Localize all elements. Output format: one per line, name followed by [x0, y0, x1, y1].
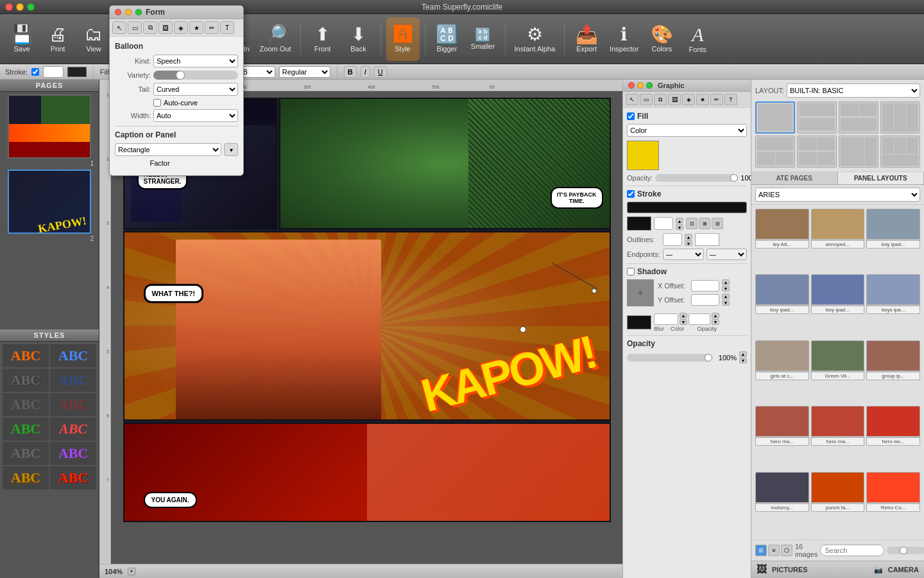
font-style-select[interactable]: Regular: [279, 66, 330, 78]
bold-button[interactable]: B: [344, 66, 357, 78]
tab-panel-layouts[interactable]: PANEL LAYOUTS: [838, 172, 925, 184]
instant-alpha-button[interactable]: ⚙ Instant Alpha: [511, 17, 560, 61]
outlines-down[interactable]: ▼: [685, 240, 692, 246]
panel-mid[interactable]: WHAT THE?! KAPOW!: [123, 231, 611, 421]
stroke-align-center[interactable]: ⊞: [699, 218, 710, 229]
img-item-14[interactable]: Retro Co...: [866, 472, 920, 512]
img-item-12[interactable]: motorcy...: [755, 472, 809, 512]
layout-select[interactable]: BUILT-IN: BASIC: [787, 83, 920, 98]
graphic-max-btn[interactable]: [646, 82, 653, 89]
stroke-color-bar[interactable]: [627, 202, 747, 213]
graphic-tool-3[interactable]: ⧉: [654, 94, 667, 105]
graphic-min-btn[interactable]: [637, 82, 644, 89]
smaller-button[interactable]: 🔡 Smaller: [466, 17, 500, 61]
opbig-up[interactable]: ▲: [739, 351, 747, 357]
img-item-10[interactable]: hero ma...: [811, 406, 865, 446]
x-offset-input[interactable]: 0.00: [691, 280, 719, 292]
shadow-section-checkbox[interactable]: [627, 268, 635, 276]
sop-up[interactable]: ▲: [712, 313, 719, 319]
maximize-button[interactable]: [27, 3, 35, 11]
page-thumb-2[interactable]: KAPOW! 2: [3, 170, 96, 242]
search-input[interactable]: [820, 545, 884, 556]
style-item-12[interactable]: ABC: [50, 466, 96, 489]
view-button[interactable]: 🗂 View: [77, 17, 110, 61]
stroke-checkbox[interactable]: [31, 68, 39, 76]
stroke-up[interactable]: ▲: [676, 218, 683, 223]
img-item-3[interactable]: boy ipad...: [755, 274, 809, 314]
panel-top-right[interactable]: IT'S PAYBACKTIME.: [279, 98, 611, 229]
shadow-color-swatch-small[interactable]: [627, 315, 651, 329]
outlines-swatch[interactable]: [695, 233, 719, 246]
layout-thumb-1[interactable]: [755, 101, 795, 134]
outlines-num[interactable]: 1: [663, 233, 682, 246]
style-item-3[interactable]: ABC: [3, 369, 49, 392]
graphic-close-btn[interactable]: [628, 82, 635, 89]
tab-ate-pages[interactable]: ATE PAGES: [751, 172, 838, 184]
graphic-tool-6[interactable]: ★: [696, 94, 709, 105]
graphic-tool-5[interactable]: ◈: [682, 94, 695, 105]
style-item-8[interactable]: ABC: [50, 417, 96, 441]
style-item-5[interactable]: ABC: [3, 393, 49, 416]
img-item-1[interactable]: annoyed...: [811, 209, 865, 249]
caption-select[interactable]: Rectangle: [115, 143, 221, 156]
front-button[interactable]: ⬆ Front: [306, 17, 339, 61]
stroke-value[interactable]: 2 pt: [43, 66, 64, 78]
layout-thumb-2[interactable]: [797, 101, 837, 134]
opacity-big-slider[interactable]: [627, 354, 712, 362]
tail-select[interactable]: Curved: [153, 83, 238, 96]
opbig-down[interactable]: ▼: [739, 358, 747, 363]
stroke-down[interactable]: ▼: [676, 224, 683, 230]
y-up[interactable]: ▲: [722, 293, 730, 299]
graphic-tool-1[interactable]: ↖: [626, 94, 638, 105]
img-item-9[interactable]: hero ma...: [755, 406, 809, 446]
style-item-1[interactable]: ABC: [3, 344, 49, 367]
img-item-7[interactable]: Green Vil...: [811, 340, 865, 380]
img-item-0[interactable]: ley Att...: [755, 209, 809, 249]
layout-thumb-5[interactable]: [755, 136, 795, 168]
selection-handle[interactable]: [520, 326, 526, 333]
style-item-9[interactable]: ABC: [3, 442, 49, 465]
minimize-button[interactable]: [16, 3, 24, 11]
sop-down[interactable]: ▼: [712, 319, 719, 325]
panel-bottom[interactable]: YOU AGAIN.: [123, 423, 611, 522]
view-grid-btn[interactable]: ⊞: [755, 545, 767, 556]
blur-down[interactable]: ▼: [680, 319, 687, 325]
style-item-4[interactable]: ABC: [50, 369, 96, 392]
style-item-11[interactable]: ABC: [3, 466, 49, 489]
bigger-button[interactable]: 🔠 Bigger: [431, 17, 464, 61]
stroke-align-inner[interactable]: ⊡: [686, 218, 697, 229]
img-item-11[interactable]: hero wo...: [866, 406, 920, 446]
fonts-button[interactable]: A Fonts: [681, 17, 714, 61]
underline-button[interactable]: U: [374, 66, 387, 78]
img-item-2[interactable]: boy ipad...: [866, 209, 920, 249]
style-button[interactable]: 🅰 Style: [386, 17, 420, 61]
layout-thumb-8[interactable]: [880, 136, 920, 168]
layout-thumb-3[interactable]: [839, 101, 878, 134]
view-list-btn[interactable]: ≡: [768, 545, 780, 556]
close-button[interactable]: [5, 3, 13, 11]
shadow-opacity-input[interactable]: 75%: [689, 313, 710, 325]
stroke-color-swatch[interactable]: [67, 67, 87, 77]
blur-up[interactable]: ▲: [680, 313, 687, 319]
selection-handle-2[interactable]: [592, 288, 597, 293]
colors-button[interactable]: 🎨 Colors: [645, 17, 678, 61]
view-flow-btn[interactable]: ⬡: [781, 545, 792, 556]
stroke-color-swatch[interactable]: [627, 216, 651, 231]
img-item-13[interactable]: punch fa...: [811, 472, 865, 512]
img-item-8[interactable]: group ip...: [866, 340, 920, 380]
color-type-select[interactable]: Color: [627, 124, 747, 137]
inspector-button[interactable]: ℹ Inspector: [606, 17, 642, 61]
stroke-num-input[interactable]: 2: [654, 217, 673, 230]
y-offset-input[interactable]: -5.00: [691, 294, 719, 306]
img-item-5[interactable]: boys ipa...: [866, 274, 920, 314]
layout-thumb-4[interactable]: [880, 101, 920, 134]
img-item-6[interactable]: girls at c...: [755, 340, 809, 380]
style-item-7[interactable]: ABC: [3, 417, 49, 441]
zoom-out-button[interactable]: 🔎 Zoom Out: [256, 17, 295, 61]
layout-thumb-6[interactable]: [797, 136, 837, 168]
width-select[interactable]: Auto: [153, 109, 238, 122]
endpoints-select-right[interactable]: —: [706, 249, 748, 260]
x-up[interactable]: ▲: [722, 279, 730, 285]
italic-button[interactable]: I: [361, 66, 370, 78]
x-down[interactable]: ▼: [722, 286, 730, 292]
